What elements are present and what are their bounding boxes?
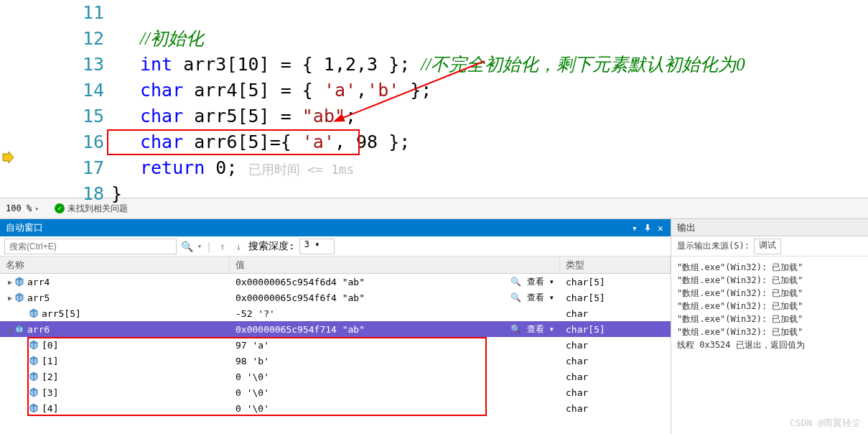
source-label: 显示输出来源(S): (677, 240, 750, 252)
variable-icon (14, 292, 24, 303)
code-editor[interactable]: 11 12 13 14 15 16 17 18 //初始化 int arr3[1… (0, 0, 868, 198)
var-value: 0 '\0' (230, 387, 560, 398)
variable-icon (29, 308, 39, 318)
var-name: [1] (42, 356, 58, 366)
var-name: [2] (42, 371, 58, 382)
var-name: arr4 (27, 277, 50, 287)
kw: char (140, 80, 183, 101)
kw: char (140, 131, 183, 152)
comment-text: //初始化 (140, 29, 204, 48)
output-body[interactable]: "数组.exe"(Win32): 已加载""数组.exe"(Win32): 已加… (671, 257, 868, 434)
view-link[interactable]: 🔍 查看 ▾ (510, 292, 554, 304)
col-value[interactable]: 值 (230, 257, 560, 273)
var-value: -52 '?' (230, 308, 560, 319)
output-toolbar: 显示输出来源(S): 调试 (671, 236, 868, 257)
line-num: 15 (0, 103, 104, 129)
variable-icon (29, 387, 39, 397)
table-row[interactable]: [3]0 '\0'char (0, 384, 671, 400)
depth-select[interactable]: 3 ▾ (299, 239, 335, 254)
autos-header[interactable]: 自动窗口 ▾ ✕ (0, 219, 671, 236)
output-line: "数组.exe"(Win32): 已加载" (677, 261, 862, 274)
table-row[interactable]: arr5[5]-52 '?'char (0, 305, 671, 321)
expand-icon[interactable]: ▶ (6, 294, 14, 302)
table-row[interactable]: [0]97 'a'char (0, 337, 671, 353)
var-type: char[5] (560, 292, 671, 303)
line-gutter: 11 12 13 14 15 16 17 18 (0, 0, 111, 198)
code-body[interactable]: //初始化 int arr3[10] = { 1,2,3 }; //不完全初始化… (111, 0, 868, 198)
var-name: arr6 (27, 324, 50, 335)
line-num: 11 (0, 0, 104, 26)
col-type[interactable]: 类型 (560, 257, 671, 273)
line-num: 17 (0, 155, 104, 181)
view-link[interactable]: 🔍 查看 ▾ (510, 323, 554, 336)
grid-header: 名称 值 类型 (0, 257, 671, 274)
table-row[interactable]: [1]98 'b'char (0, 353, 671, 369)
var-value: 0x00000065c954f6f4 "ab"🔍 查看 ▾ (230, 292, 560, 304)
autos-grid[interactable]: 名称 值 类型 ▶arr40x00000065c954f6d4 "ab"🔍 查看… (0, 257, 671, 434)
var-name: arr5 (27, 292, 50, 303)
var-type: char (560, 340, 671, 351)
var-type: char (560, 308, 671, 319)
panel-title: 输出 (677, 221, 696, 234)
output-line: 线程 0x3524 已退出，返回值为 (677, 338, 862, 351)
search-icon[interactable]: 🔍 (181, 241, 193, 252)
comment-text: //不完全初始化，剩下元素默认初始化为0 (421, 55, 745, 74)
variable-icon (29, 371, 39, 382)
depth-label: 搜索深度: (248, 240, 294, 253)
var-name: [4] (42, 403, 58, 414)
output-panel: 输出 显示输出来源(S): 调试 "数组.exe"(Win32): 已加载""数… (671, 219, 868, 434)
output-line: "数组.exe"(Win32): 已加载" (677, 313, 862, 326)
variable-icon (14, 277, 24, 287)
next-arrow-icon[interactable]: ↓ (233, 241, 244, 252)
pin-icon[interactable] (643, 223, 652, 232)
line-num: 13 (0, 52, 104, 78)
output-line: "数组.exe"(Win32): 已加载" (677, 300, 862, 313)
line-num: 16 (0, 129, 104, 155)
var-type: char (560, 403, 671, 414)
var-type: char (560, 387, 671, 398)
var-type: char[5] (560, 277, 671, 287)
line-num: 12 (0, 26, 104, 52)
output-line: "数组.exe"(Win32): 已加载" (677, 274, 862, 287)
dropdown-icon[interactable]: ▾ (630, 223, 639, 232)
variable-icon (29, 403, 39, 413)
var-value: 0 '\0' (230, 371, 560, 382)
kw: int (140, 54, 172, 75)
close-icon[interactable]: ✕ (656, 223, 665, 232)
var-name: [0] (42, 340, 58, 351)
table-row[interactable]: ◢arr60x00000065c954f714 "ab"🔍 查看 ▾char[5… (0, 321, 671, 337)
var-value: 98 'b' (230, 356, 560, 366)
var-value: 0 '\0' (230, 403, 560, 414)
prev-arrow-icon[interactable]: ↑ (216, 241, 228, 252)
expand-icon[interactable]: ▶ (6, 278, 14, 286)
source-select[interactable]: 调试 (754, 239, 781, 254)
search-input[interactable] (4, 239, 177, 254)
watermark: CSDN @雨翼轻尘 (790, 417, 861, 430)
var-type: char[5] (560, 324, 671, 335)
table-row[interactable]: ▶arr40x00000065c954f6d4 "ab"🔍 查看 ▾char[5… (0, 274, 671, 290)
var-value: 0x00000065c954f714 "ab"🔍 查看 ▾ (230, 323, 560, 336)
dropdown-icon[interactable]: ▾ (197, 242, 202, 250)
var-name: arr5[5] (42, 308, 81, 319)
variable-icon (29, 340, 39, 350)
output-line: "数组.exe"(Win32): 已加载" (677, 287, 862, 300)
kw: char (140, 106, 183, 126)
var-type: char (560, 371, 671, 382)
var-value: 97 'a' (230, 340, 560, 351)
col-name[interactable]: 名称 (0, 257, 230, 273)
view-link[interactable]: 🔍 查看 ▾ (510, 276, 554, 288)
table-row[interactable]: [2]0 '\0'char (0, 369, 671, 384)
expand-icon[interactable]: ◢ (6, 326, 14, 333)
autos-panel: 自动窗口 ▾ ✕ 🔍▾ | ↑ ↓ 搜索深度: 3 ▾ 名称 值 类型 ▶arr… (0, 219, 671, 434)
table-row[interactable]: ▶arr50x00000065c954f6f4 "ab"🔍 查看 ▾char[5… (0, 290, 671, 305)
variable-icon (29, 356, 39, 366)
output-header[interactable]: 输出 (671, 219, 868, 236)
table-row[interactable]: [4]0 '\0'char (0, 400, 671, 416)
var-value: 0x00000065c954f6d4 "ab"🔍 查看 ▾ (230, 276, 560, 288)
output-line: "数组.exe"(Win32): 已加载" (677, 326, 862, 338)
var-name: [3] (42, 387, 58, 398)
line-num: 14 (0, 78, 104, 103)
panel-title: 自动窗口 (6, 221, 43, 234)
line-num: 18 (0, 181, 104, 207)
autos-search-row: 🔍▾ | ↑ ↓ 搜索深度: 3 ▾ (0, 236, 671, 257)
